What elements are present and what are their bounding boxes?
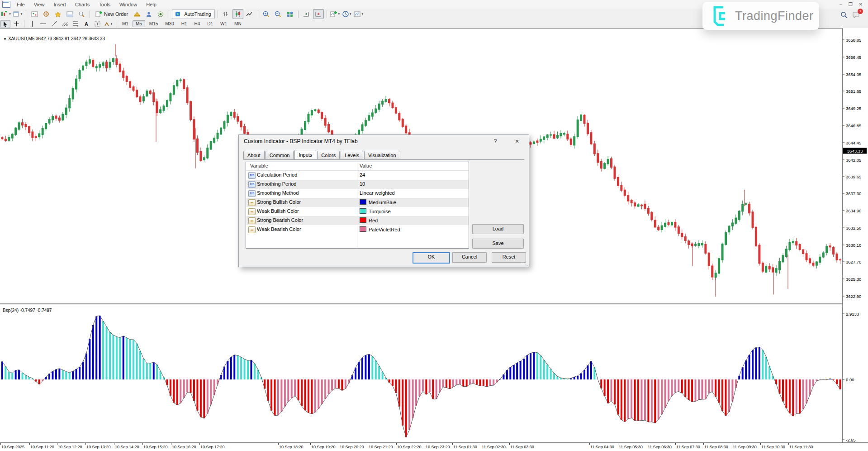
alerts-button[interactable] [155,9,166,19]
text-button[interactable]: A [81,20,91,28]
menu-window[interactable]: Window [115,1,142,8]
load-button[interactable]: Load [472,224,524,234]
strategy-tester-button[interactable] [76,9,87,19]
cursor-button[interactable] [0,20,10,28]
text-label-button[interactable]: T [92,20,102,28]
param-value[interactable]: 10 [360,181,365,187]
param-value[interactable]: MediumBlue [360,199,396,205]
tab-about[interactable]: About [243,151,265,159]
time-tick [339,443,339,445]
param-value[interactable]: Turquoise [360,208,391,214]
price-tick [843,262,844,262]
data-window-button[interactable] [41,9,52,19]
chat-notification-icon[interactable]: 1 [852,11,860,20]
param-value[interactable]: Red [360,217,378,223]
time-tick [481,443,481,445]
indicators-button[interactable]: ▾ [330,9,341,19]
resize-grip[interactable]: ⋱ [524,262,528,266]
indicator-pane[interactable] [0,305,842,442]
menu-insert[interactable]: Insert [49,1,71,8]
table-row[interactable]: 123Calculation Period24 [246,171,469,180]
table-row[interactable]: 123Smoothing MethodLinear weighted [246,189,469,198]
zoom-out-button[interactable] [273,9,284,19]
reset-button[interactable]: Reset [492,252,526,263]
arrows-button[interactable]: ▾ [103,20,113,28]
close-button[interactable]: ✕ [859,2,863,7]
minimize-button[interactable]: – [840,2,842,7]
horizontal-line-button[interactable] [38,20,48,28]
timeframe-h1-button[interactable]: H1 [178,20,190,27]
param-name: Smoothing Period [257,181,296,187]
help-button[interactable]: ? [491,137,499,145]
timeframe-mn-button[interactable]: MN [231,20,245,27]
time-label: 10 Sep 11:20 [30,445,54,449]
close-icon[interactable]: ✕ [512,137,522,145]
profiles-button[interactable]: ▾ [12,9,23,19]
menu-charts[interactable]: Charts [71,1,94,8]
time-axis[interactable]: 10 Sep 202510 Sep 11:2010 Sep 12:2010 Se… [0,442,868,451]
chart-shift-button[interactable] [313,9,324,19]
dialog-titlebar[interactable]: Custom Indicator - BSP Indicator MT4 by … [239,135,529,147]
param-value[interactable]: Linear weighted [360,190,395,196]
color-swatch [360,226,366,232]
market-watch-button[interactable] [29,9,40,19]
crosshair-button[interactable] [11,20,21,28]
time-label: 10 Sep 2025 [1,445,24,449]
menu-file[interactable]: File [12,1,29,8]
table-row[interactable]: ▬Weak Bearish ColorPaleVioletRed [246,225,469,234]
bar-chart-mode-button[interactable] [221,9,232,19]
chevron-down-icon[interactable]: ▼ [3,37,7,41]
equidistant-channel-button[interactable]: E [60,20,70,28]
param-value[interactable]: 24 [360,172,365,178]
menu-view[interactable]: View [29,1,49,8]
timeframe-m30-button[interactable]: M30 [162,20,177,27]
timeframe-m15-button[interactable]: M15 [146,20,161,27]
timeframe-h4-button[interactable]: H4 [191,20,204,27]
candlestick-mode-button[interactable] [232,9,243,19]
table-row[interactable]: 123Smoothing Period10 [246,180,469,189]
tile-windows-button[interactable] [285,9,295,19]
table-row[interactable]: ▬Strong Bearish ColorRed [246,216,469,225]
table-row[interactable]: ▬Weak Bullish ColorTurquoise [246,207,469,216]
timeframe-m5-button[interactable]: M5 [133,20,145,27]
tab-levels[interactable]: Levels [341,151,363,159]
timeframe-d1-button[interactable]: D1 [204,20,216,27]
table-row[interactable]: ▬Strong Bullish ColorMediumBlue [246,198,469,207]
line-chart-mode-button[interactable] [244,9,255,19]
price-label: 3630.10 [846,243,861,248]
community-button[interactable] [143,9,154,19]
tab-common[interactable]: Common [266,151,294,159]
trendline-button[interactable] [49,20,59,28]
zoom-in-button[interactable] [261,9,272,19]
templates-button[interactable]: ▾ [353,9,364,19]
symbol-ohlc-text: XAUUSD,M5 3642.73 3643.81 3642.26 3643.3… [8,36,105,41]
auto-scroll-button[interactable] [301,9,312,19]
param-name: Weak Bearish Color [257,226,301,232]
inputs-table[interactable]: Variable Value 123Calculation Period2412… [246,162,469,249]
tab-visualization[interactable]: Visualization [364,151,400,159]
timeframe-m1-button[interactable]: M1 [119,20,132,27]
restore-button[interactable]: ❐ [849,2,853,7]
timeframe-w1-button[interactable]: W1 [217,20,230,27]
terminal-button[interactable] [64,9,75,19]
expert-advisors-icon[interactable] [132,9,142,19]
menu-help[interactable]: Help [142,1,161,8]
indicator-scale-tick [843,379,844,380]
new-order-button[interactable]: New Order [93,9,131,19]
price-tick [843,108,844,109]
vertical-line-button[interactable] [27,20,37,28]
periods-button[interactable]: ▾ [342,9,352,19]
price-axis[interactable]: 3643.33 3658.853656.453654.053651.653649… [842,28,868,442]
search-icon[interactable] [840,11,848,20]
tab-inputs[interactable]: Inputs [294,150,316,159]
autotrading-button[interactable]: AutoTrading [172,9,215,19]
cancel-button[interactable]: Cancel [452,252,487,263]
tab-colors[interactable]: Colors [317,151,340,159]
menu-tools[interactable]: Tools [94,1,115,8]
save-button[interactable]: Save [472,239,524,249]
param-value[interactable]: PaleVioletRed [360,226,400,232]
ok-button[interactable]: OK [413,252,450,264]
fibonacci-button[interactable]: F [71,20,81,28]
navigator-button[interactable] [52,9,63,19]
new-chart-button[interactable]: ▾ [0,9,11,19]
